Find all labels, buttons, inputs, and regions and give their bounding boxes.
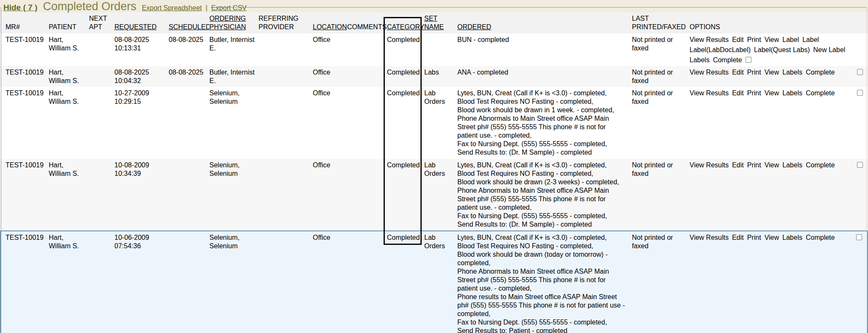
cell-ordered: Lytes, BUN, Creat (Call if K+ is <3.0) -… [457,159,632,230]
option-edit-link[interactable]: Edit [732,89,744,97]
cell-comments [347,231,387,333]
option-label-link[interactable]: Label [782,36,799,44]
cell-ordering-physician: Selenium, Selenium [209,87,259,159]
cell-referring-provider [259,87,313,159]
cell-last-printed-faxed: Not printed or faxed [632,159,690,230]
cell-comments [347,66,387,87]
option-print-link[interactable]: Print [747,161,761,169]
order-row-5: TEST-10019Hart, William S.10-06-2009 07:… [0,230,868,333]
cell-scheduled: 08-08-2025 [169,33,209,66]
fieldset-left-border [1,7,1,333]
option-edit-link[interactable]: Edit [732,161,744,169]
option-edit-link[interactable]: Edit [732,36,744,44]
option-label-labdoclabel-link[interactable]: Label(LabDocLabel) [690,46,751,54]
cell-mr: TEST-10019 [6,33,49,66]
cell-patient: Hart, William S. [49,33,89,66]
option-print-link[interactable]: Print [747,233,761,242]
cell-referring-provider [259,159,313,230]
column-header-options: OPTIONS [690,21,868,31]
cell-ordered: Lytes, BUN, Creat (Call if K+ is <3.0) -… [457,231,632,333]
cell-referring-provider [259,231,313,333]
option-labels-link[interactable]: Labels [690,56,709,64]
hide-toggle-link[interactable]: Hide ( 7 ) [3,3,37,12]
option-view-link[interactable]: View [765,36,779,44]
cell-patient: Hart, William S. [49,159,89,230]
option-view-results-link[interactable]: View Results [690,233,729,242]
cell-ordered: BUN - completed [457,33,632,66]
option-view-results-link[interactable]: View Results [690,161,729,169]
export-csv-link[interactable]: Export CSV [211,4,247,12]
option-view-link[interactable]: View [765,233,779,242]
cell-location: Office [313,66,347,87]
cell-requested: 10-06-2009 07:54:36 [114,231,169,333]
option-complete-link[interactable]: Complete [806,68,835,77]
column-header-mr: MR# [6,21,49,31]
column-header-category[interactable]: CATEGORY [387,21,424,31]
option-print-link[interactable]: Print [747,89,761,97]
cell-scheduled: 08-08-2025 [169,66,209,87]
cell-next-apt [89,159,114,230]
order-select-checkbox[interactable] [857,90,863,96]
cell-set-name: Lab Orders [424,159,457,230]
cell-set-name: Lab Orders [424,87,457,159]
cell-referring-provider [259,66,313,87]
fieldset-right-border [867,7,867,333]
cell-location: Office [313,231,347,333]
option-view-link[interactable]: View [765,89,779,97]
cell-location: Office [313,87,347,159]
column-header-ordering-physician[interactable]: ORDERING PHYSICIAN [209,12,259,31]
export-spreadsheet-link[interactable]: Export Spreadsheet [142,4,202,12]
column-header-scheduled[interactable]: SCHEDULED [169,21,209,31]
cell-last-printed-faxed: Not printed or faxed [632,33,690,66]
option-print-link[interactable]: Print [747,36,761,44]
cell-comments [347,33,387,66]
option-complete-link[interactable]: Complete [806,89,835,97]
option-edit-link[interactable]: Edit [732,68,744,77]
cell-patient: Hart, William S. [49,66,89,87]
cell-patient: Hart, William S. [49,87,89,159]
option-edit-link[interactable]: Edit [732,233,744,242]
option-labels-link[interactable]: Labels [782,161,802,169]
cell-ordering-physician: Selenium, Selenium [209,159,259,230]
option-complete-link[interactable]: Complete [806,233,835,242]
cell-next-apt [89,87,114,159]
cell-category: Completed [387,159,424,230]
option-complete-link[interactable]: Complete [806,161,835,169]
cell-scheduled [169,231,209,333]
cell-ordering-physician: Selenium, Selenium [209,231,259,333]
order-select-checkbox[interactable] [746,57,751,63]
cell-location: Office [313,33,347,66]
option-view-results-link[interactable]: View Results [690,36,729,44]
option-view-link[interactable]: View [765,68,779,77]
option-view-results-link[interactable]: View Results [690,89,729,97]
option-print-link[interactable]: Print [747,68,761,77]
option-view-link[interactable]: View [765,161,779,169]
option-view-results-link[interactable]: View Results [690,68,729,77]
cell-ordering-physician: Butler, Internist E. [209,66,259,87]
order-select-checkbox[interactable] [857,162,863,168]
cell-requested: 10-08-2009 10:34:39 [114,159,169,230]
option-labels-link[interactable]: Labels [782,68,802,77]
option-labels-link[interactable]: Labels [782,233,802,242]
cell-patient: Hart, William S. [49,231,89,333]
option-labels-link[interactable]: Labels [782,89,802,97]
cell-last-printed-faxed: Not printed or faxed [632,66,690,87]
option-label-link[interactable]: Label [802,36,819,44]
option-new-label-link[interactable]: New Label [813,46,846,54]
column-header-requested[interactable]: REQUESTED [114,21,169,31]
option-label-quest-labs-link[interactable]: Label(Quest Labs) [754,46,810,54]
order-row-2: TEST-10019Hart, William S.08-08-2025 10:… [0,66,868,87]
cell-requested: 10-27-2009 10:29:15 [114,87,169,159]
cell-category: Completed [387,33,424,66]
cell-mr: TEST-10019 [6,231,49,333]
cell-options: View ResultsEditPrintViewLabelsComplete [690,87,868,159]
option-complete-link[interactable]: Complete [713,56,742,64]
order-select-checkbox[interactable] [857,69,863,75]
cell-next-apt [89,231,114,333]
cell-mr: TEST-10019 [6,159,49,230]
order-select-checkbox[interactable] [856,234,862,240]
column-header-set-name[interactable]: SET NAME [424,12,457,31]
column-header-ordered[interactable]: ORDERED [457,21,632,31]
column-header-next-apt: NEXT APT [89,12,114,31]
column-header-location[interactable]: LOCATION [313,21,347,31]
